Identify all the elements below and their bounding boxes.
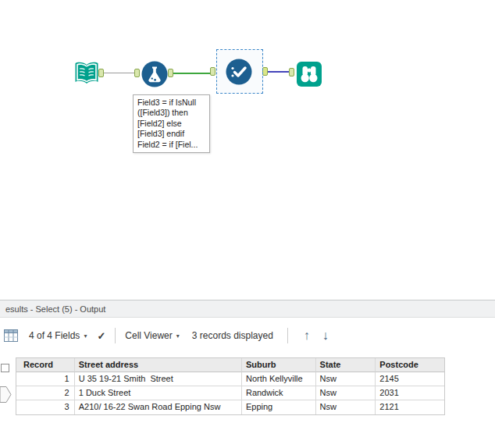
input-data-tool[interactable] bbox=[73, 59, 101, 87]
output-anchor[interactable] bbox=[262, 67, 268, 76]
arrow-down-icon[interactable]: ↓ bbox=[322, 329, 329, 342]
book-icon bbox=[73, 76, 101, 90]
cell-postcode[interactable]: 2031 bbox=[376, 386, 444, 400]
toolbar-separator bbox=[115, 328, 116, 343]
col-header-state[interactable]: State bbox=[316, 358, 376, 372]
table-row[interactable]: 2 1 Duck Street Randwick Nsw 2031 bbox=[16, 386, 444, 400]
alteryx-window: Field3 = if IsNull ([Field3]) then [Fiel… bbox=[0, 0, 495, 448]
cell-viewer-label: Cell Viewer bbox=[125, 330, 172, 341]
results-toolbar: 4 of 4 Fields ▾ ✓ Cell Viewer ▾ 3 record… bbox=[0, 318, 495, 353]
results-panel-title: esults - Select (5) - Output bbox=[0, 300, 495, 318]
cell-state[interactable]: Nsw bbox=[316, 386, 376, 400]
fields-dropdown-label: 4 of 4 Fields bbox=[29, 330, 80, 341]
arrow-up-icon[interactable]: ↑ bbox=[304, 329, 310, 342]
records-displayed-text: 3 records displayed bbox=[192, 330, 273, 341]
connection-formula-select[interactable] bbox=[173, 73, 212, 74]
input-anchor[interactable] bbox=[210, 67, 215, 76]
cell-street-address[interactable]: 1 Duck Street bbox=[75, 386, 242, 400]
table-header-row: Record Street address Suburb State Postc… bbox=[16, 358, 444, 372]
chevron-down-icon: ▾ bbox=[176, 332, 180, 340]
cell-suburb[interactable]: Epping bbox=[242, 400, 316, 414]
annotation-line: ([Field3]) then bbox=[137, 108, 205, 118]
cell-suburb[interactable]: Randwick bbox=[242, 386, 316, 400]
col-header-street-address[interactable]: Street address bbox=[75, 358, 242, 372]
cell-postcode[interactable]: 2145 bbox=[376, 372, 444, 386]
results-table: Record Street address Suburb State Postc… bbox=[16, 357, 445, 415]
input-anchor[interactable] bbox=[289, 68, 294, 76]
annotation-line: Field3 = if IsNull bbox=[137, 98, 205, 108]
output-anchor[interactable] bbox=[168, 69, 173, 77]
workflow-canvas[interactable]: Field3 = if IsNull ([Field3]) then [Fiel… bbox=[0, 0, 495, 300]
col-header-suburb[interactable]: Suburb bbox=[242, 358, 316, 372]
browse-tool[interactable] bbox=[295, 60, 323, 88]
fields-dropdown[interactable]: 4 of 4 Fields ▾ bbox=[29, 330, 87, 341]
cell-suburb[interactable]: North Kellyville bbox=[242, 372, 316, 386]
cell-record[interactable]: 2 bbox=[16, 386, 75, 400]
table-row[interactable]: 1 U 35 19-21 Smith Street North Kellyvil… bbox=[16, 372, 444, 386]
formula-tool[interactable] bbox=[141, 60, 169, 88]
chevron-down-icon: ▾ bbox=[84, 332, 87, 340]
annotation-line: Field2 = if [Fiel... bbox=[137, 140, 205, 150]
cell-record[interactable]: 3 bbox=[16, 400, 75, 414]
input-anchor[interactable] bbox=[134, 69, 140, 77]
connection-select-browse[interactable] bbox=[268, 71, 290, 73]
cell-street-address[interactable]: U 35 19-21 Smith Street bbox=[75, 372, 242, 386]
col-header-record[interactable]: Record bbox=[16, 358, 75, 372]
select-all-checkbox[interactable] bbox=[1, 364, 9, 372]
apply-check-icon[interactable]: ✓ bbox=[97, 330, 105, 342]
col-header-postcode[interactable]: Postcode bbox=[376, 358, 444, 372]
connection-input-formula[interactable] bbox=[104, 73, 136, 73]
checkmark-icon bbox=[225, 75, 253, 88]
record-indicator-icon bbox=[0, 386, 12, 406]
results-grid-icon[interactable] bbox=[4, 329, 18, 342]
annotation-line: [Field3] endif bbox=[137, 129, 205, 139]
formula-annotation[interactable]: Field3 = if IsNull ([Field3]) then [Fiel… bbox=[133, 94, 210, 153]
table-row[interactable]: 3 A210/ 16-22 Swan Road Epping Nsw Eppin… bbox=[16, 400, 444, 414]
cell-state[interactable]: Nsw bbox=[316, 400, 376, 414]
flask-icon bbox=[141, 77, 169, 91]
cell-street-address[interactable]: A210/ 16-22 Swan Road Epping Nsw bbox=[75, 400, 242, 414]
toolbar-separator bbox=[287, 328, 288, 343]
annotation-line: [Field2] else bbox=[137, 119, 205, 129]
cell-state[interactable]: Nsw bbox=[316, 372, 376, 386]
select-tool[interactable] bbox=[225, 58, 253, 86]
cell-postcode[interactable]: 2121 bbox=[376, 400, 444, 414]
cell-record[interactable]: 1 bbox=[16, 372, 75, 386]
cell-viewer-dropdown[interactable]: Cell Viewer ▾ bbox=[125, 330, 179, 341]
results-title-text: esults - Select (5) - Output bbox=[5, 304, 105, 314]
binoculars-icon bbox=[295, 77, 323, 91]
